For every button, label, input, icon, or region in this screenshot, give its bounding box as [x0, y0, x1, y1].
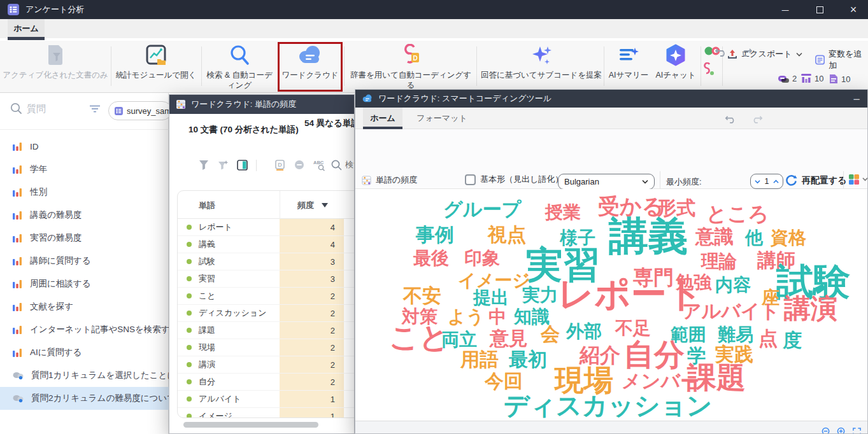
sidebar-item[interactable]: 文献を探す: [0, 295, 169, 318]
sidebar-item[interactable]: インターネット記事やSNSを検索する: [0, 318, 169, 341]
tab-home[interactable]: ホーム: [8, 19, 45, 38]
add-variable-button[interactable]: 変数を追加: [815, 48, 868, 71]
undo-icon[interactable]: [715, 47, 729, 57]
filter-funnel-alt-icon[interactable]: [218, 160, 229, 171]
freq-table-row[interactable]: レポート4: [178, 219, 355, 236]
sidebar-item[interactable]: 講師に質問する: [0, 249, 169, 272]
sidebar-item[interactable]: ID: [0, 135, 169, 158]
freq-table-row[interactable]: こと2: [178, 288, 355, 305]
suggest-subcodes-button[interactable]: 回答に基づいてサブコードを提案: [479, 41, 604, 92]
dataset-selector[interactable]: survey_sam: [108, 101, 172, 120]
cloud-word[interactable]: 講演: [784, 295, 837, 322]
sidebar-item[interactable]: 学年: [0, 158, 169, 181]
freq-table-row[interactable]: 講演2: [178, 356, 355, 374]
cloud-word[interactable]: 最後: [413, 249, 449, 267]
table-search-icon[interactable]: [331, 160, 342, 171]
cloud-word[interactable]: 自分: [623, 340, 685, 370]
cloud-word[interactable]: ディスカッション: [504, 393, 713, 418]
cloud-word[interactable]: 用語: [460, 350, 499, 369]
cloud-word[interactable]: 不足: [615, 319, 651, 337]
cloud-word[interactable]: 他: [745, 229, 763, 247]
cloud-word[interactable]: 不安: [403, 286, 441, 305]
sidebar-item[interactable]: 実習の難易度: [0, 227, 169, 249]
word-search-input[interactable]: [345, 160, 355, 169]
cloud-word[interactable]: 両立: [441, 331, 477, 349]
cloud-word[interactable]: 内容: [715, 276, 751, 294]
cloud-word[interactable]: 外部: [566, 323, 602, 340]
close-button[interactable]: ×: [843, 0, 864, 19]
filter-icon[interactable]: [89, 105, 101, 113]
cloud-tab-format[interactable]: フォーマット: [410, 108, 474, 129]
stats-module-button[interactable]: 統計モジュールで開く: [113, 41, 199, 92]
cloud-word[interactable]: 資格: [771, 229, 806, 247]
cloud-window-title-bar[interactable]: ワードクラウド: スマートコーディングツール ─: [355, 90, 867, 108]
undo-icon[interactable]: [725, 115, 737, 123]
cloud-word[interactable]: 現場: [555, 365, 613, 395]
redo-icon[interactable]: [739, 47, 753, 57]
sidebar-item[interactable]: 質問1カリキュラムを選択したことについ: [0, 364, 169, 387]
cloud-word[interactable]: 印象: [464, 249, 500, 267]
maximize-button[interactable]: [809, 0, 830, 19]
sidebar-item[interactable]: 性別: [0, 181, 169, 204]
cloud-word[interactable]: 最初: [509, 350, 547, 369]
search-autocode-button[interactable]: 検索 & 自動コーディング: [204, 41, 275, 92]
freq-table-row[interactable]: 現場2: [178, 339, 355, 356]
stepper-up-icon[interactable]: [773, 179, 779, 184]
zoom-out-icon[interactable]: [822, 427, 831, 434]
cloud-word[interactable]: 意見: [490, 329, 528, 348]
zoom-in-icon[interactable]: [837, 427, 846, 434]
color-scheme-icon[interactable]: [848, 174, 860, 185]
cloud-tab-home[interactable]: ホーム: [363, 108, 402, 129]
cloud-word[interactable]: 紹介: [580, 345, 620, 365]
language-dropdown-1[interactable]: Bulgarian: [558, 174, 655, 190]
ai-summary-button[interactable]: AIサマリー: [606, 41, 651, 92]
exclude-icon[interactable]: [294, 160, 304, 170]
chevron-down-icon[interactable]: [862, 177, 868, 181]
cloud-word[interactable]: アルバイト: [682, 302, 780, 321]
active-docs-button[interactable]: アクティブ化された文書のみ: [3, 41, 108, 92]
word-frequency-option[interactable]: 単語の頻度: [362, 174, 417, 186]
rearrange-button[interactable]: 再配置する: [785, 174, 847, 186]
dict-autocode-button[interactable]: D 辞書を用いて自動コーディングする: [346, 41, 475, 92]
cloud-word[interactable]: こと: [389, 323, 449, 352]
cloud-word[interactable]: 意識: [695, 227, 734, 246]
sidebar-search-input[interactable]: [27, 103, 83, 114]
lemmatize-checkbox-row[interactable]: 基本形（見出し語化）: [465, 174, 563, 185]
cloud-word[interactable]: レポート: [558, 276, 703, 312]
freq-table-row[interactable]: アルバイト1: [178, 391, 355, 408]
cloud-word[interactable]: 実力: [522, 286, 558, 304]
cloud-word[interactable]: 会: [541, 325, 560, 344]
lemmatize-checkbox[interactable]: [465, 174, 476, 185]
col-header-freq[interactable]: 頻度: [297, 200, 314, 211]
cloud-word[interactable]: 授業: [545, 204, 581, 221]
abc-search-icon[interactable]: ABC: [313, 160, 326, 171]
sentiment-coding-icon[interactable]: [703, 62, 716, 76]
cloud-word[interactable]: 提出: [473, 289, 509, 307]
cloud-word[interactable]: 視点: [488, 225, 526, 244]
freq-table-row[interactable]: 課題2: [178, 322, 355, 339]
code-count[interactable]: 2: [778, 74, 797, 83]
freq-table-row[interactable]: イメージ1: [178, 408, 355, 418]
freq-table-row[interactable]: ディスカッション2: [178, 305, 355, 322]
wordcloud-button[interactable]: ワードクラウド: [279, 41, 341, 92]
sort-desc-icon[interactable]: [322, 203, 328, 207]
freq-table-row[interactable]: 試験3: [178, 253, 355, 270]
ai-chat-button[interactable]: AIチャット: [653, 41, 698, 92]
minimize-button[interactable]: ─: [774, 0, 796, 19]
sidebar-item[interactable]: AIに質問する: [0, 341, 169, 364]
freq-window-title-bar[interactable]: ワードクラウド: 単語の頻度: [169, 95, 354, 114]
cloud-word[interactable]: 事例: [416, 225, 454, 244]
doc-variable-count[interactable]: 10: [801, 74, 823, 83]
sidebar-item[interactable]: 質問2カリキュラムの難易度について: [0, 387, 169, 410]
columns-icon[interactable]: [237, 160, 248, 171]
cloud-word[interactable]: 難易: [718, 326, 753, 344]
cloud-word[interactable]: 点: [758, 329, 778, 348]
fit-view-icon[interactable]: [852, 427, 862, 434]
freq-table-row[interactable]: 講義4: [178, 236, 355, 253]
horizontal-scrollbar[interactable]: [183, 422, 318, 428]
sidebar-item[interactable]: 周囲に相談する: [0, 272, 169, 295]
cloud-word[interactable]: グループ: [443, 200, 521, 219]
cloud-word[interactable]: イメージ: [458, 272, 530, 290]
window-minimize-button[interactable]: ─: [850, 92, 864, 105]
stepper-down-icon[interactable]: [755, 179, 760, 184]
